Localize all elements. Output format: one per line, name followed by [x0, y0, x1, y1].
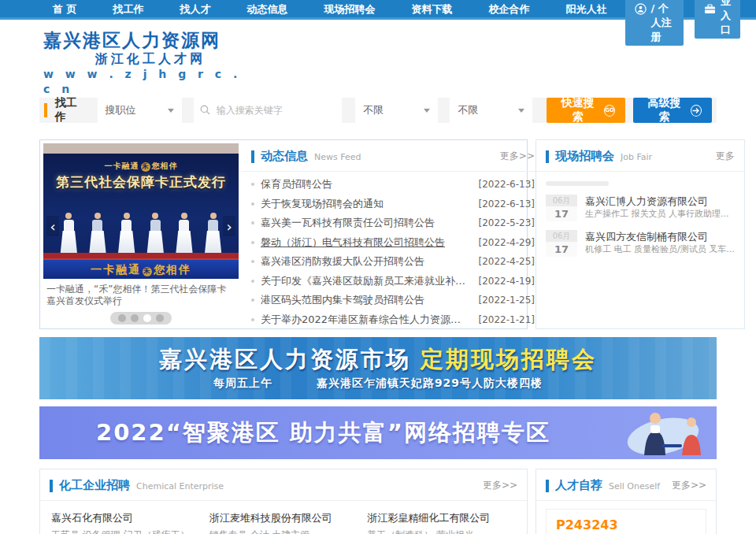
bullet-icon	[251, 280, 254, 283]
slide-tagline: 一卡融通禾您相伴	[43, 161, 239, 172]
slide-footer-right: 您相伴	[154, 263, 191, 276]
company-entrance-button[interactable]: 企业入口	[695, 0, 740, 39]
news-item-title: 关于印发《嘉兴港区鼓励新员工来港就业补助操作...	[261, 274, 471, 288]
carousel-next-arrow[interactable]: ›	[223, 216, 235, 236]
news-item[interactable]: 磐动（浙江）电气科技有限公司招聘公告[2022-4-29]	[251, 233, 535, 253]
advanced-search-button[interactable]: 高级搜索	[633, 98, 712, 123]
quick-search-button[interactable]: 快速搜索 GO	[547, 98, 625, 123]
talent-subtitle: Sell Oneself	[609, 481, 660, 491]
news-item[interactable]: 关于举办2022年港区新春综合性人力资源暨春风...[2022-1-21]	[251, 310, 535, 330]
nav-find-talent[interactable]: 找人才	[180, 0, 211, 19]
news-item[interactable]: 嘉兴港区消防救援大队公开招聘公告[2022-4-25]	[251, 252, 535, 272]
carousel-slide[interactable]: 一卡融通禾您相伴 第三代社会保障卡正式发行 一卡融通禾您相伴	[43, 143, 239, 279]
company-jobs: 销售专员 会计 土建主管	[209, 528, 358, 534]
slide-top-banner	[43, 143, 239, 154]
job-fair-company: 嘉兴汇博人力资源有限公司	[585, 195, 735, 208]
company-name-link[interactable]: 嘉兴石化有限公司	[51, 510, 200, 525]
chemical-company-cell: 浙江麦堆科技股份有限公司 销售专员 会计 土建主管	[209, 510, 358, 534]
carousel: 一卡融通禾您相伴 第三代社会保障卡正式发行 一卡融通禾您相伴	[40, 140, 242, 328]
site-title: 嘉兴港区人力资源网	[43, 30, 252, 51]
chemical-title: 化工企业招聘	[59, 478, 130, 493]
carousel-dot-3[interactable]	[143, 314, 151, 322]
person-icon	[635, 3, 647, 15]
slide-footer-left: 一卡融通	[91, 263, 141, 276]
bullet-icon	[251, 260, 254, 263]
search-icon	[200, 103, 210, 118]
carousel-dot-1[interactable]	[118, 314, 126, 322]
chevron-down-icon	[168, 109, 174, 113]
search-filter1-value: 不限	[363, 103, 384, 117]
banner1-title-yellow: 定期现场招聘会	[421, 346, 597, 373]
search-filter2-dropdown[interactable]: 不限	[450, 98, 532, 123]
banner1-title-white: 嘉兴港区人力资源市场	[159, 346, 411, 373]
banner2-text: 2022“智聚港区 助力共富”网络招聘专区	[96, 417, 550, 449]
nav-job-fair[interactable]: 现场招聘会	[324, 0, 376, 19]
search-category-value: 搜职位	[106, 103, 136, 117]
section-accent-bar	[546, 150, 549, 163]
online-recruitment-banner[interactable]: 2022“智聚港区 助力共富”网络招聘专区	[39, 406, 717, 459]
orange-accent-bar	[44, 103, 47, 117]
talent-more-link[interactable]: 更多>>	[672, 479, 706, 492]
job-fair-item[interactable]: 06月 17 嘉兴四方友信制桶有限公司 机修工 电工 质量检验员/测试员 叉车.…	[546, 230, 735, 257]
news-title: 动态信息	[261, 149, 308, 164]
nav-find-job[interactable]: 找工作	[113, 0, 144, 19]
search-filter1-dropdown[interactable]: 不限	[355, 98, 438, 123]
nav-news[interactable]: 动态信息	[247, 0, 288, 19]
news-item-date: [2022-6-13]	[479, 179, 535, 190]
news-item-title: 保育员招聘公告	[261, 177, 471, 191]
date-badge-day: 17	[546, 206, 577, 221]
company-name-link[interactable]: 浙江彩皇精细化工有限公司	[367, 510, 516, 525]
news-more-link[interactable]: 更多>>	[500, 150, 535, 163]
carousel-prev-arrow[interactable]: ‹	[46, 216, 59, 236]
news-item-title: 磐动（浙江）电气科技有限公司招聘公告	[261, 235, 471, 250]
job-fair-title: 现场招聘会	[555, 149, 614, 164]
site-subtitle: 浙江化工人才网	[95, 51, 252, 67]
bullet-icon	[251, 202, 254, 206]
news-list: 保育员招聘公告[2022-6-13] 关于恢复现场招聘会的通知[2022-6-1…	[242, 175, 544, 329]
people-illustration	[606, 410, 709, 459]
talent-card[interactable]: P243243 男 ｜ 嘉兴市->嘉兴港区 ｜ 八年以上	[546, 509, 706, 534]
news-item-date: [2022-6-13]	[479, 198, 535, 210]
news-feed: 动态信息 News Feed 更多>> 保育员招聘公告[2022-6-13] 关…	[242, 140, 544, 328]
banner1-schedule: 每周五上午	[213, 376, 272, 391]
date-badge-day: 17	[546, 242, 577, 257]
company-jobs: 工艺员 设备管理 门卫（残疾工）	[51, 528, 200, 534]
job-fair-banner[interactable]: 嘉兴港区人力资源市场定期现场招聘会 每周五上午 嘉兴港区乍浦镇天妃路929号人防…	[39, 337, 717, 399]
news-item[interactable]: 港区码头范围内集卡驾驶员招聘公告[2022-1-25]	[251, 291, 535, 310]
news-subtitle: News Feed	[314, 152, 361, 162]
nav-home[interactable]: 首 页	[53, 0, 77, 19]
company-name-link[interactable]: 浙江麦堆科技股份有限公司	[209, 510, 358, 525]
news-item[interactable]: 关于印发《嘉兴港区鼓励新员工来港就业补助操作...[2022-4-19]	[251, 272, 535, 291]
carousel-caption[interactable]: 一卡融通，“禾”您相伴！第三代社会保障卡嘉兴首发仪式举行	[43, 279, 239, 307]
slide-tagline-left: 一卡融通	[105, 161, 139, 170]
briefcase-icon	[704, 4, 716, 14]
slide-tagline-right: 您相伴	[152, 161, 178, 170]
banner1-address: 嘉兴港区乍浦镇天妃路929号人防大楼四楼	[317, 376, 543, 391]
search-bar: 找工作 搜职位 不限 不限 快速搜索 GO 高级搜索	[39, 98, 717, 123]
site-logo[interactable]: 嘉兴港区人力资源网 浙江化工人才网 w w w . z j h g r c . …	[39, 20, 252, 97]
job-fair-divider	[546, 181, 609, 186]
company-jobs: 普工（制造科） 营业担当	[367, 528, 516, 534]
news-item[interactable]: 保育员招聘公告[2022-6-13]	[251, 175, 535, 195]
job-fair-item[interactable]: 06月 17 嘉兴汇博人力资源有限公司 生产操作工 报关文员 人事行政助理...	[546, 195, 735, 221]
search-input[interactable]	[215, 104, 335, 117]
carousel-dot-4[interactable]	[156, 314, 164, 322]
nav-school-cooperation[interactable]: 校企合作	[489, 0, 530, 19]
seal-icon: 禾	[143, 267, 152, 276]
chemical-more-link[interactable]: 更多>>	[483, 479, 517, 492]
nav-sunshine-hr[interactable]: 阳光人社	[566, 0, 607, 19]
nav-downloads[interactable]: 资料下载	[412, 0, 453, 19]
carousel-dot-2[interactable]	[131, 314, 139, 322]
chemical-company-cell: 浙江彩皇精细化工有限公司 普工（制造科） 营业担当	[367, 510, 516, 534]
bullet-icon	[251, 299, 254, 302]
job-fair-more-link[interactable]: 更多	[716, 150, 735, 163]
search-category-dropdown[interactable]: 搜职位	[98, 98, 182, 123]
personal-login-button[interactable]: 个人登录 / 个人注册	[625, 0, 684, 46]
company-entrance-label: 企业入口	[721, 0, 731, 37]
talent-id-link[interactable]: P243243	[556, 517, 696, 532]
news-item[interactable]: 嘉兴美一瓦科技有限责任公司招聘公告[2022-5-23]	[251, 213, 535, 233]
date-badge: 06月 17	[546, 230, 577, 257]
news-item[interactable]: 关于恢复现场招聘会的通知[2022-6-13]	[251, 195, 535, 214]
search-filter2-value: 不限	[458, 103, 478, 117]
talent-panel: 人才自荐 Sell Oneself 更多>> P243243 男 ｜ 嘉兴市->…	[536, 469, 717, 534]
